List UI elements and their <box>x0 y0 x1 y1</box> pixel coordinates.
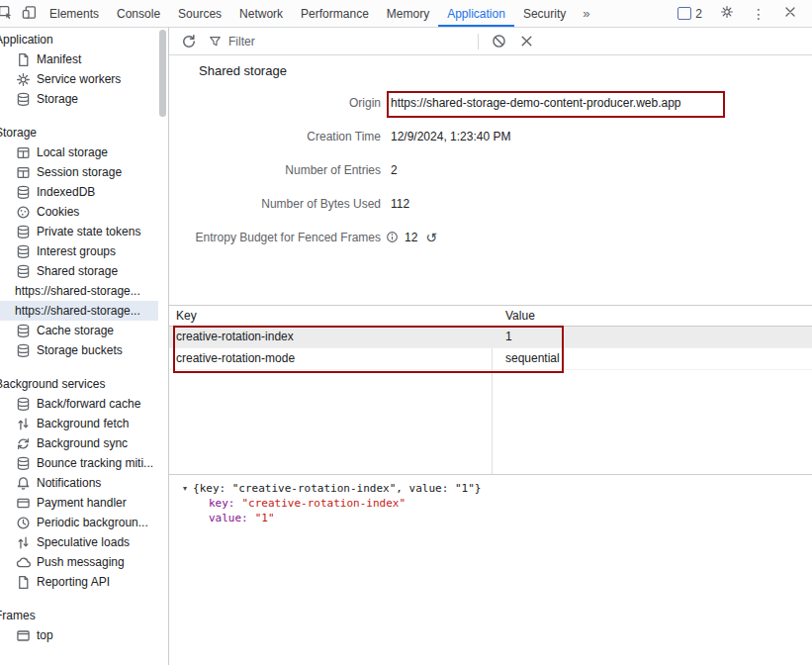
sidebar-scrollbar[interactable] <box>159 30 166 663</box>
sidebar-item-label: https://shared-storage... <box>15 284 140 298</box>
sidebar-item-private-state-tokens[interactable]: Private state tokens <box>0 222 158 241</box>
table-row-creative-rotation-mode[interactable]: creative-rotation-mode sequential <box>169 348 812 370</box>
refresh-icon <box>181 39 197 52</box>
sidebar-item-interest-groups[interactable]: Interest groups <box>0 241 158 261</box>
sidebar-item-label: Local storage <box>37 145 108 159</box>
sidebar-item-storage-buckets[interactable]: Storage buckets <box>0 340 158 360</box>
toolbar-divider <box>478 34 479 49</box>
sidebar-item-reporting-api[interactable]: Reporting API <box>0 572 158 592</box>
sidebar-item-storage[interactable]: Storage <box>0 89 158 109</box>
tab-sources[interactable]: Sources <box>169 0 230 27</box>
sidebar-item-label: Session storage <box>37 165 122 179</box>
database-icon <box>16 324 31 338</box>
meta-label: Origin <box>169 96 381 110</box>
cookie-icon <box>16 205 31 220</box>
sidebar-item-bounce-tracking-mitigations[interactable]: Bounce tracking miti... <box>0 453 158 473</box>
meta-label: Number of Entries <box>169 163 381 177</box>
refresh-button[interactable] <box>181 34 197 49</box>
sidebar-item-label: Service workers <box>37 72 121 86</box>
inspect-element-button[interactable] <box>0 0 17 27</box>
sidebar-item-shared-storage[interactable]: Shared storage <box>0 261 158 281</box>
more-tabs-button[interactable]: » <box>575 0 597 27</box>
clear-all-button[interactable] <box>492 34 506 48</box>
meta-row-origin: Origin https://shared-storage-demo-conte… <box>169 86 812 120</box>
sidebar-item-label: Storage <box>37 92 78 106</box>
tab-security[interactable]: Security <box>514 0 575 27</box>
cell-key: creative-rotation-index <box>169 327 498 347</box>
sidebar-item-shared-storage-origin-1[interactable]: https://shared-storage... <box>0 281 158 301</box>
column-header-value[interactable]: Value <box>498 306 812 326</box>
delete-selected-button[interactable] <box>519 34 534 48</box>
filter-funnel-icon <box>209 35 222 48</box>
sidebar-item-back-forward-cache[interactable]: Back/forward cache <box>0 394 158 414</box>
sidebar-item-label: Storage buckets <box>37 343 123 357</box>
tab-console[interactable]: Console <box>108 0 169 27</box>
sidebar-item-frame-top[interactable]: top <box>0 625 158 645</box>
column-header-key[interactable]: Key <box>169 306 498 326</box>
sidebar-item-notifications[interactable]: Notifications <box>0 473 158 493</box>
tab-performance[interactable]: Performance <box>292 0 378 27</box>
sidebar-item-payment-handler[interactable]: Payment handler <box>0 493 158 513</box>
sidebar-item-periodic-background-sync[interactable]: Periodic backgroun... <box>0 513 158 532</box>
sidebar-scrollbar-thumb[interactable] <box>159 30 166 117</box>
sidebar-item-service-workers[interactable]: Service workers <box>0 69 158 89</box>
sidebar-item-speculative-loads[interactable]: Speculative loads <box>0 532 158 552</box>
close-devtools-button[interactable] <box>778 5 802 22</box>
entry-preview-pane: {key: "creative-rotation-index", value: … <box>169 474 812 665</box>
sidebar-item-cache-storage[interactable]: Cache storage <box>0 321 158 340</box>
database-icon <box>16 92 31 107</box>
sidebar-item-push-messaging[interactable]: Push messaging <box>0 552 158 572</box>
info-icon[interactable] <box>386 231 399 243</box>
more-options-button[interactable] <box>752 6 766 22</box>
database-icon <box>16 225 31 239</box>
sidebar-item-label: Manifest <box>37 52 81 66</box>
creation-time: 12/9/2024, 1:23:40 PM <box>391 130 510 143</box>
up-down-arrows-icon <box>16 417 31 431</box>
document-icon <box>16 52 31 67</box>
sidebar-item-label: Payment handler <box>37 496 127 510</box>
sidebar-item-background-sync[interactable]: Background sync <box>0 433 158 453</box>
key-value-data-grid: Key Value creative-rotation-index 1 crea… <box>169 305 812 475</box>
sidebar-item-label: Reporting API <box>37 575 110 589</box>
sidebar-item-cookies[interactable]: Cookies <box>0 202 158 222</box>
tab-application[interactable]: Application <box>438 0 514 27</box>
settings-button[interactable] <box>715 5 739 22</box>
section-title-application: Application <box>0 30 158 49</box>
table-row-creative-rotation-index[interactable]: creative-rotation-index 1 <box>169 327 812 348</box>
sidebar-item-indexeddb[interactable]: IndexedDB <box>0 182 158 202</box>
cloud-icon <box>16 555 31 570</box>
sidebar-section-frames: Frames top <box>0 606 158 645</box>
tab-memory[interactable]: Memory <box>378 0 438 27</box>
reset-budget-icon[interactable] <box>425 231 437 244</box>
section-title-storage: Storage <box>0 123 158 142</box>
tab-network[interactable]: Network <box>230 0 292 27</box>
sidebar-item-label: Interest groups <box>37 244 116 258</box>
entropy-label-text: Entropy Budget for Fenced Frames <box>196 231 381 244</box>
sidebar-item-local-storage[interactable]: Local storage <box>0 142 158 162</box>
tab-elements[interactable]: Elements <box>41 0 108 27</box>
sidebar-item-session-storage[interactable]: Session storage <box>0 162 158 182</box>
disclosure-triangle-icon[interactable] <box>183 481 187 496</box>
database-icon <box>16 397 31 412</box>
device-toolbar-button[interactable] <box>17 0 41 27</box>
sidebar-item-label: Push messaging <box>37 555 125 569</box>
sidebar-section-storage: Storage Local storage Session storage In… <box>0 123 158 360</box>
sidebar-item-shared-storage-origin-2[interactable]: https://shared-storage... <box>0 301 158 321</box>
filter-input[interactable] <box>228 35 478 48</box>
database-icon <box>16 185 31 200</box>
sidebar-item-manifest[interactable]: Manifest <box>0 49 158 69</box>
database-icon <box>16 264 31 279</box>
sidebar-section-application: Application Manifest Service workers Sto… <box>0 30 158 109</box>
gear-icon <box>16 72 31 87</box>
frame-icon <box>16 628 31 643</box>
sidebar-item-label: Periodic backgroun... <box>37 516 148 529</box>
up-down-arrows-icon <box>16 535 31 550</box>
tabbar-right-controls: 2 <box>677 0 812 27</box>
sidebar-item-label: Cookies <box>37 205 79 219</box>
cell-key: creative-rotation-mode <box>169 348 498 369</box>
sidebar-item-label: Bounce tracking miti... <box>37 456 153 470</box>
cell-value: 1 <box>498 327 812 347</box>
sidebar-item-background-fetch[interactable]: Background fetch <box>0 414 158 433</box>
meta-label: Entropy Budget for Fenced Frames <box>169 231 381 244</box>
issues-badge[interactable]: 2 <box>677 7 702 21</box>
